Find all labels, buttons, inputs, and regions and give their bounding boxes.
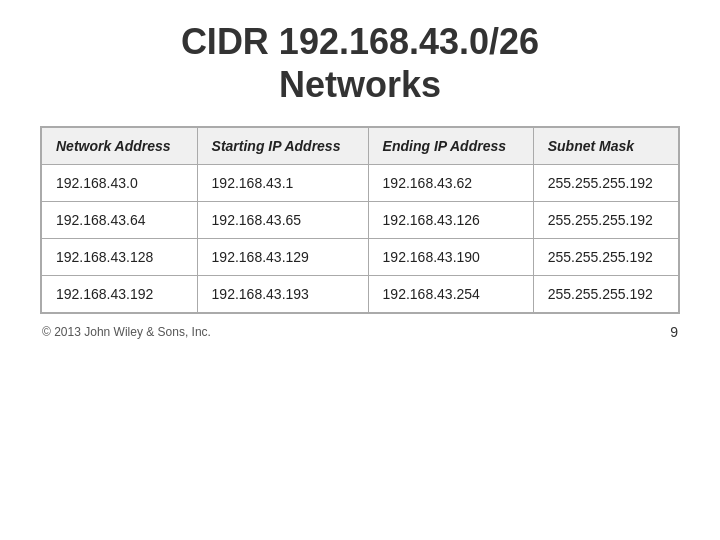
cell-network-3: 192.168.43.192 (42, 276, 198, 313)
cell-starting-3: 192.168.43.193 (197, 276, 368, 313)
cell-network-1: 192.168.43.64 (42, 202, 198, 239)
cell-starting-0: 192.168.43.1 (197, 165, 368, 202)
page-title: CIDR 192.168.43.0/26 Networks (181, 20, 539, 106)
col-header-network: Network Address (42, 128, 198, 165)
cell-starting-1: 192.168.43.65 (197, 202, 368, 239)
page-container: CIDR 192.168.43.0/26 Networks Network Ad… (0, 0, 720, 540)
cell-subnet-2: 255.255.255.192 (533, 239, 678, 276)
footer-bar: © 2013 John Wiley & Sons, Inc. 9 (40, 324, 680, 340)
table-row: 192.168.43.64 192.168.43.65 192.168.43.1… (42, 202, 679, 239)
cell-subnet-0: 255.255.255.192 (533, 165, 678, 202)
col-header-ending: Ending IP Address (368, 128, 533, 165)
title-line1: CIDR 192.168.43.0/26 (181, 21, 539, 62)
col-header-subnet: Subnet Mask (533, 128, 678, 165)
cidr-table: Network Address Starting IP Address Endi… (41, 127, 679, 313)
cell-network-0: 192.168.43.0 (42, 165, 198, 202)
cell-ending-0: 192.168.43.62 (368, 165, 533, 202)
footer-copyright: © 2013 John Wiley & Sons, Inc. (42, 325, 211, 339)
cell-starting-2: 192.168.43.129 (197, 239, 368, 276)
table-header: Network Address Starting IP Address Endi… (42, 128, 679, 165)
cell-ending-3: 192.168.43.254 (368, 276, 533, 313)
table-row: 192.168.43.0 192.168.43.1 192.168.43.62 … (42, 165, 679, 202)
table-wrapper: Network Address Starting IP Address Endi… (40, 126, 680, 314)
cell-subnet-3: 255.255.255.192 (533, 276, 678, 313)
col-header-starting: Starting IP Address (197, 128, 368, 165)
cell-subnet-1: 255.255.255.192 (533, 202, 678, 239)
table-body: 192.168.43.0 192.168.43.1 192.168.43.62 … (42, 165, 679, 313)
table-row: 192.168.43.128 192.168.43.129 192.168.43… (42, 239, 679, 276)
table-row: 192.168.43.192 192.168.43.193 192.168.43… (42, 276, 679, 313)
cell-ending-1: 192.168.43.126 (368, 202, 533, 239)
title-line2: Networks (279, 64, 441, 105)
footer-page-number: 9 (670, 324, 678, 340)
cell-ending-2: 192.168.43.190 (368, 239, 533, 276)
cell-network-2: 192.168.43.128 (42, 239, 198, 276)
